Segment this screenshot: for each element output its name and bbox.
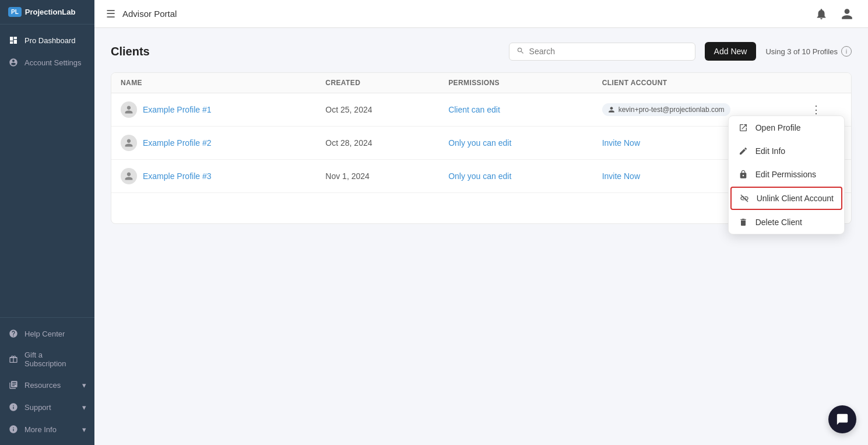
dropdown-item-label: Edit Permissions (755, 170, 816, 179)
sidebar-item-resources[interactable]: Resources ▾ (0, 374, 94, 396)
sidebar-item-label: Resources (24, 381, 61, 390)
sidebar-item-account-settings[interactable]: Account Settings (0, 51, 94, 73)
profile-name-cell: Example Profile #1 (121, 101, 325, 118)
sidebar-item-label: Gift a Subscription (24, 351, 86, 368)
chevron-down-icon: ▾ (82, 381, 86, 390)
sidebar-item-label: Pro Dashboard (24, 36, 75, 45)
resources-icon (8, 380, 19, 390)
content-area: Clients Add New Using 3 of 10 Profiles i… (94, 28, 868, 445)
sidebar-logo: PL ProjectionLab (0, 0, 94, 24)
dropdown-item-delete-client[interactable]: Delete Client (729, 211, 844, 234)
clients-header: Clients Add New Using 3 of 10 Profiles i (111, 42, 852, 61)
user-avatar-icon[interactable] (838, 5, 856, 23)
permissions-value[interactable]: Only you can edit (448, 138, 602, 148)
sidebar-top-items: Pro Dashboard Account Settings (0, 24, 94, 78)
svg-line-0 (741, 195, 748, 202)
profile-name-link[interactable]: Example Profile #3 (143, 171, 212, 181)
sidebar: PL ProjectionLab Pro Dashboard Account S… (0, 0, 94, 445)
page-title: Clients (111, 45, 150, 58)
logo-text: ProjectionLab (25, 8, 76, 16)
profile-name-cell: Example Profile #2 (121, 135, 325, 151)
dropdown-item-unlink-client-account[interactable]: Unlink Client Account (730, 187, 842, 210)
external-link-icon (738, 122, 748, 133)
invite-now-link[interactable]: Invite Now (602, 138, 640, 148)
more-info-left: More Info (8, 424, 57, 435)
avatar (121, 101, 137, 118)
logo-box: PL (8, 7, 22, 17)
table-header: Name Created Permissions Client Account (111, 73, 851, 93)
profile-name-link[interactable]: Example Profile #2 (143, 138, 212, 148)
sidebar-item-label: More Info (24, 425, 57, 434)
chat-bubble[interactable] (828, 405, 856, 433)
unlink-icon (739, 193, 750, 204)
created-date: Nov 1, 2024 (325, 171, 448, 181)
client-account-chip: kevin+pro-test@projectionlab.com (602, 103, 730, 116)
settings-icon (8, 57, 19, 68)
dashboard-icon (8, 35, 19, 45)
col-header-permissions: Permissions (448, 79, 602, 87)
sidebar-bottom-items: Help Center Gift a Subscription Resource… (0, 317, 94, 445)
add-new-button[interactable]: Add New (705, 42, 757, 61)
using-profiles: Using 3 of 10 Profiles i (765, 46, 852, 57)
sidebar-item-help-center[interactable]: Help Center (0, 323, 94, 345)
header-right: Add New Using 3 of 10 Profiles i (509, 42, 852, 61)
client-account-email: kevin+pro-test@projectionlab.com (619, 106, 725, 114)
help-icon (8, 328, 19, 339)
invite-now-link[interactable]: Invite Now (602, 171, 640, 181)
sidebar-item-gift-subscription[interactable]: Gift a Subscription (0, 345, 94, 374)
dropdown-item-edit-permissions[interactable]: Edit Permissions (729, 163, 844, 186)
profile-name-cell: Example Profile #3 (121, 168, 325, 184)
search-icon (516, 47, 525, 57)
profiles-info-icon[interactable]: i (841, 46, 852, 57)
col-header-client-account: Client Account (602, 79, 807, 87)
sidebar-item-support[interactable]: Support ▾ (0, 396, 94, 418)
menu-icon[interactable]: ☰ (106, 8, 115, 20)
dropdown-item-label: Edit Info (755, 146, 785, 156)
lock-icon (738, 169, 748, 180)
using-profiles-text: Using 3 of 10 Profiles (765, 47, 838, 56)
dropdown-item-label: Unlink Client Account (757, 194, 834, 203)
dropdown-item-open-profile[interactable]: Open Profile (729, 116, 844, 139)
dropdown-item-label: Open Profile (755, 123, 801, 132)
support-left: Support (8, 402, 51, 412)
permissions-value[interactable]: Only you can edit (448, 171, 602, 181)
dropdown-menu: Open Profile Edit Info Edit Permissions … (728, 115, 845, 234)
permissions-value[interactable]: Client can edit (448, 105, 602, 114)
chevron-down-icon: ▾ (82, 403, 86, 412)
resources-left: Resources (8, 380, 61, 390)
notification-icon[interactable] (812, 5, 831, 23)
created-date: Oct 28, 2024 (325, 138, 448, 148)
support-icon (8, 402, 19, 412)
topbar-title: Advisor Portal (122, 9, 177, 19)
col-header-actions (807, 79, 842, 87)
trash-icon (738, 217, 748, 227)
chevron-down-icon: ▾ (82, 425, 86, 434)
dropdown-item-label: Delete Client (755, 218, 802, 227)
col-header-created: Created (325, 79, 448, 87)
gift-icon (8, 354, 19, 365)
search-input[interactable] (529, 47, 688, 56)
sidebar-item-label: Support (24, 403, 51, 412)
sidebar-item-label: Help Center (24, 330, 65, 338)
avatar (121, 168, 137, 184)
more-info-icon (8, 424, 19, 435)
topbar: ☰ Advisor Portal (94, 0, 868, 28)
sidebar-item-pro-dashboard[interactable]: Pro Dashboard (0, 29, 94, 51)
search-box (509, 43, 695, 61)
client-account-cell: kevin+pro-test@projectionlab.com (602, 103, 807, 116)
created-date: Oct 25, 2024 (325, 105, 448, 114)
edit-icon (738, 146, 748, 156)
sidebar-item-label: Account Settings (24, 58, 82, 67)
col-header-name: Name (121, 79, 325, 87)
avatar (121, 135, 137, 151)
dropdown-item-edit-info[interactable]: Edit Info (729, 139, 844, 163)
sidebar-item-more-info[interactable]: More Info ▾ (0, 418, 94, 440)
main-content: ☰ Advisor Portal Clients Add New (94, 0, 868, 445)
profile-name-link[interactable]: Example Profile #1 (143, 105, 212, 114)
